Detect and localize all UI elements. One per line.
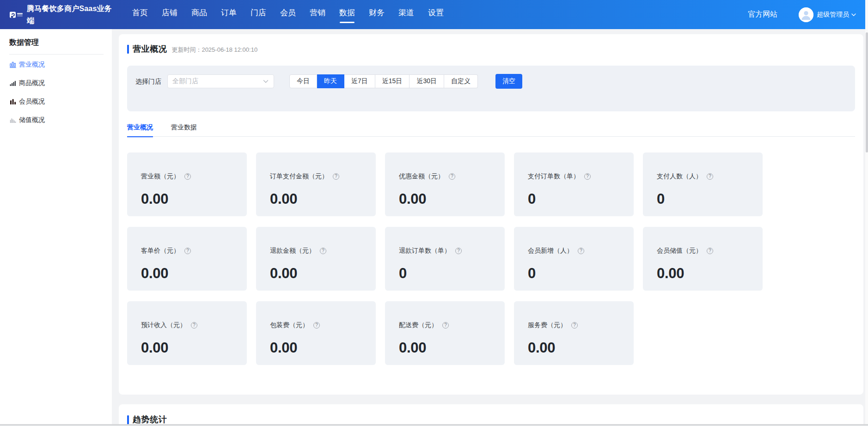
help-icon[interactable] bbox=[184, 173, 191, 180]
vertical-scrollbar-thumb[interactable] bbox=[866, 32, 868, 152]
nav-item-label: 财务 bbox=[369, 7, 385, 18]
stat-label-row: 支付订单数（单） bbox=[528, 172, 621, 181]
help-icon[interactable] bbox=[707, 248, 713, 254]
stat-label-row: 营业额（元） bbox=[141, 172, 234, 181]
stat-label-row: 支付人数（人） bbox=[657, 172, 750, 181]
nav-item[interactable]: 渠道 bbox=[398, 0, 414, 29]
date-range-button[interactable]: 昨天 bbox=[317, 74, 344, 88]
date-range-button[interactable]: 近15日 bbox=[375, 74, 410, 88]
date-range-button-label: 自定义 bbox=[451, 77, 471, 85]
stat-label-row: 包装费（元） bbox=[270, 321, 363, 330]
overview-tabs: 营业概况 营业数据 bbox=[127, 118, 855, 137]
user-avatar[interactable] bbox=[799, 7, 813, 22]
sidebar-divider bbox=[9, 54, 104, 55]
stat-value: 0.00 bbox=[270, 340, 363, 356]
nav-item[interactable]: 订单 bbox=[221, 0, 237, 29]
nav-item-label: 会员 bbox=[280, 7, 296, 18]
sidebar-item-goods-overview[interactable]: 商品概况 bbox=[0, 74, 112, 92]
clear-button[interactable]: 清空 bbox=[495, 74, 522, 89]
updated-time: 更新时间：2025-06-18 12:00:10 bbox=[171, 44, 257, 54]
vertical-scrollbar[interactable] bbox=[865, 0, 868, 426]
nav-item-label: 商品 bbox=[191, 7, 207, 18]
help-icon[interactable] bbox=[442, 322, 449, 329]
nav-active-underline bbox=[340, 22, 355, 23]
title-accent-bar bbox=[127, 415, 129, 424]
stat-label-row: 会员新增（人） bbox=[528, 246, 621, 256]
user-avatar-icon bbox=[799, 7, 813, 22]
date-range-button[interactable]: 今日 bbox=[289, 74, 317, 88]
updated-time-label: 更新时间： bbox=[171, 46, 202, 53]
help-icon[interactable] bbox=[571, 322, 578, 329]
date-range-button[interactable]: 自定义 bbox=[444, 74, 478, 88]
nav-item[interactable]: 商品 bbox=[191, 0, 207, 29]
chevron-down-icon[interactable] bbox=[851, 13, 856, 17]
help-icon[interactable] bbox=[184, 248, 191, 254]
tab-active-underline bbox=[127, 136, 153, 137]
stat-label: 支付订单数（单） bbox=[528, 172, 580, 181]
help-icon[interactable] bbox=[455, 248, 462, 254]
tab-label: 营业概况 bbox=[127, 123, 153, 132]
stat-label-row: 配送费（元） bbox=[399, 321, 492, 330]
horizontal-scrollbar[interactable] bbox=[0, 424, 868, 426]
stat-card: 客单价（元） 0.00 bbox=[127, 227, 247, 291]
stat-label: 预计收入（元） bbox=[141, 321, 186, 329]
nav-item[interactable]: 会员 bbox=[280, 0, 296, 29]
stats-grid: 营业额（元） 0.00 订单支付金额（元） 0.00 优惠金额（元） 0.00 … bbox=[127, 152, 855, 365]
stat-card: 订单支付金额（元） 0.00 bbox=[256, 152, 376, 216]
nav-item[interactable]: 财务 bbox=[369, 0, 385, 29]
stat-label: 服务费（元） bbox=[528, 321, 567, 329]
top-navbar: 腾马餐饮多商户Saas业务端 首页 店铺 商品 订单 门店 会员 营销 数据 财… bbox=[0, 0, 865, 29]
tab-label: 营业数据 bbox=[171, 123, 197, 132]
nav-item[interactable]: 首页 bbox=[132, 0, 148, 29]
stat-card: 服务费（元） 0.00 bbox=[514, 301, 634, 365]
help-icon[interactable] bbox=[313, 322, 320, 329]
help-icon[interactable] bbox=[578, 248, 584, 254]
stat-label: 会员新增（人） bbox=[528, 247, 573, 255]
date-range-button[interactable]: 近7日 bbox=[344, 74, 375, 88]
nav-item-label: 设置 bbox=[428, 7, 444, 18]
nav-item[interactable]: 店铺 bbox=[162, 0, 177, 29]
sidebar-item-business-overview[interactable]: 营业概况 bbox=[0, 55, 112, 74]
stat-value: 0.00 bbox=[270, 191, 363, 207]
brand-logo-icon bbox=[10, 12, 24, 18]
tab[interactable]: 营业数据 bbox=[171, 118, 197, 137]
stat-card: 支付订单数（单） 0 bbox=[514, 152, 634, 216]
official-site-link[interactable]: 官方网站 bbox=[748, 10, 777, 19]
tab[interactable]: 营业概况 bbox=[127, 118, 153, 137]
sidebar-item-member-overview[interactable]: 会员概况 bbox=[0, 92, 112, 111]
stat-label-row: 优惠金额（元） bbox=[399, 172, 492, 181]
nav-item[interactable]: 数据 bbox=[339, 0, 355, 29]
help-icon[interactable] bbox=[333, 173, 339, 180]
nav-item[interactable]: 营销 bbox=[310, 0, 325, 29]
user-name[interactable]: 超级管理员 bbox=[817, 11, 849, 19]
date-range-button[interactable]: 近30日 bbox=[410, 74, 444, 88]
help-icon[interactable] bbox=[449, 173, 455, 180]
stat-card: 配送费（元） 0.00 bbox=[385, 301, 505, 365]
sidebar-menu: 营业概况 商品概况 会员概况 bbox=[0, 55, 112, 129]
stored-value-chart-icon bbox=[10, 117, 16, 123]
sidebar-item-stored-value-overview[interactable]: 储值概况 bbox=[0, 111, 112, 129]
help-icon[interactable] bbox=[707, 173, 713, 180]
clear-button-label: 清空 bbox=[502, 77, 515, 85]
stat-label: 配送费（元） bbox=[399, 321, 438, 329]
nav-item[interactable]: 设置 bbox=[428, 0, 444, 29]
stat-card: 预计收入（元） 0.00 bbox=[127, 301, 247, 365]
stat-card: 优惠金额（元） 0.00 bbox=[385, 152, 505, 216]
sidebar: 数据管理 营业概况 商品概况 bbox=[0, 29, 112, 425]
date-range-button-label: 昨天 bbox=[324, 77, 337, 85]
chevron-down-icon bbox=[263, 79, 269, 84]
nav-item[interactable]: 门店 bbox=[251, 0, 266, 29]
stat-value: 0 bbox=[399, 265, 492, 282]
help-icon[interactable] bbox=[320, 248, 326, 254]
stat-label: 会员储值（元） bbox=[657, 247, 702, 255]
stat-card: 会员新增（人） 0 bbox=[514, 227, 634, 291]
date-range-button-label: 近7日 bbox=[351, 77, 368, 85]
help-icon[interactable] bbox=[584, 173, 591, 180]
nav-item-label: 首页 bbox=[132, 7, 148, 18]
stat-label: 客单价（元） bbox=[141, 247, 180, 255]
help-icon[interactable] bbox=[191, 322, 197, 329]
main-nav-menu: 首页 店铺 商品 订单 门店 会员 营销 数据 财务 渠道 bbox=[132, 0, 458, 29]
stat-label-row: 会员储值（元） bbox=[657, 246, 750, 256]
stat-label: 订单支付金额（元） bbox=[270, 172, 328, 181]
store-select[interactable]: 全部门店 bbox=[167, 74, 274, 88]
